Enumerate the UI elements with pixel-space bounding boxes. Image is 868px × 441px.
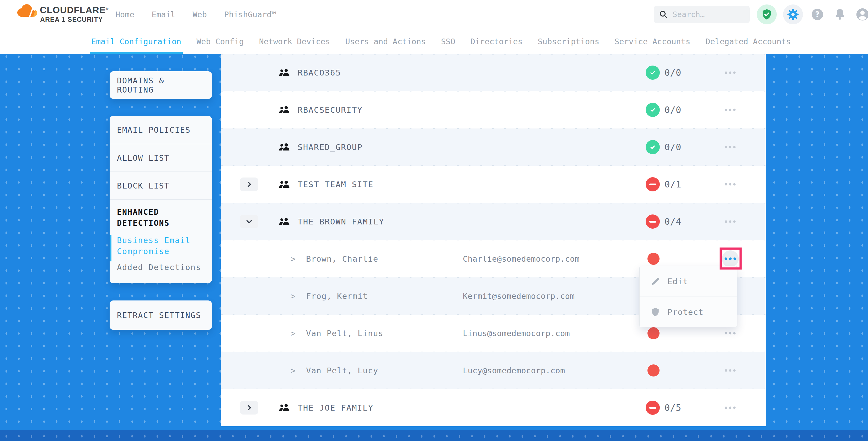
registered-mark: ® (106, 6, 108, 10)
row-menu-button[interactable] (725, 183, 736, 186)
row-menu-button[interactable] (725, 332, 736, 335)
search-input[interactable] (672, 10, 735, 19)
enhanced-detections-title: ENHANCED DETECTIONS (117, 207, 205, 229)
status-unprotected-badge (646, 215, 660, 229)
app-root: CLOUDFLARE® AREA 1 SECURITY Home Email W… (0, 0, 868, 441)
group-name: TEST TEAM SITE (298, 180, 373, 189)
account-icon[interactable] (855, 6, 868, 23)
tab-subscriptions[interactable]: Subscriptions (538, 29, 599, 54)
nav-web[interactable]: Web (193, 10, 207, 19)
member-email: Lucy@somedemocorp.com (463, 366, 565, 375)
header-icon-cluster: ? (757, 0, 868, 29)
annotation-highlight-box (720, 248, 742, 270)
tab-web-config[interactable]: Web Config (196, 29, 244, 54)
help-icon[interactable]: ? (809, 6, 826, 23)
group-icon (279, 180, 290, 188)
sidebar-card-domains-routing[interactable]: DOMAINS & ROUTING (110, 71, 212, 99)
group-icon (279, 404, 290, 412)
protection-count: 0/0 (664, 142, 681, 152)
status-protected-badge (646, 66, 660, 80)
nav-email[interactable]: Email (152, 10, 175, 19)
row-menu-button[interactable] (725, 71, 736, 74)
member-name: Frog, Kermit (306, 291, 368, 301)
tab-network-devices[interactable]: Network Devices (259, 29, 330, 54)
bottom-strip (0, 430, 868, 441)
search-icon (659, 10, 668, 19)
brand-subtitle: AREA 1 SECURITY (40, 16, 103, 23)
table-row: TEST TEAM SITE 0/1 (221, 166, 766, 203)
tab-delegated-accounts[interactable]: Delegated Accounts (705, 29, 790, 54)
member-email: Charlie@somedemocorp.com (463, 254, 580, 263)
status-unprotected-dot (647, 253, 659, 265)
table-row: THE BROWN FAMILY 0/4 (221, 203, 766, 240)
table-row: > Van Pelt, Lucy Lucy@somedemocorp.com (221, 352, 766, 389)
brand-title: CLOUDFLARE® (40, 5, 108, 15)
row-menu-button[interactable] (725, 370, 736, 372)
row-menu-button[interactable] (725, 109, 736, 111)
protection-count: 0/4 (664, 216, 681, 227)
tab-users-and-actions[interactable]: Users and Actions (345, 29, 426, 54)
member-name: Brown, Charlie (306, 254, 378, 263)
expand-button[interactable] (240, 178, 258, 191)
shield-icon (651, 307, 660, 317)
group-name: RBACO365 (298, 68, 341, 77)
group-icon (279, 218, 290, 225)
svg-text:?: ? (815, 10, 820, 19)
sidebar-section-enhanced-detections: ENHANCED DETECTIONS Business Email Compr… (110, 199, 212, 280)
row-menu-button[interactable] (725, 407, 736, 409)
sidebar-item-added-detections[interactable]: Added Detections (117, 263, 205, 272)
group-name: RBACSECURITY (298, 105, 363, 115)
sidebar-item-business-email-compromise[interactable]: Business Email Compromise (117, 235, 205, 257)
member-marker: > (291, 329, 296, 338)
nav-home[interactable]: Home (115, 10, 134, 19)
bell-icon[interactable] (832, 6, 848, 23)
status-unprotected-dot (647, 327, 659, 339)
shield-check-icon[interactable] (757, 4, 777, 24)
menu-item-label: Edit (668, 277, 688, 286)
table-row: RBACSECURITY 0/0 (221, 91, 766, 128)
group-icon (279, 106, 290, 114)
collapse-button[interactable] (240, 215, 258, 228)
header-nav: Home Email Web PhishGuard™ (115, 0, 276, 29)
row-menu-button[interactable] (725, 220, 736, 223)
status-protected-badge (646, 103, 660, 117)
member-email: Kermit@somedemocorp.com (463, 291, 575, 301)
group-name: SHARED_GROUP (298, 143, 363, 152)
expand-button[interactable] (240, 401, 258, 414)
protection-count: 0/0 (664, 67, 681, 78)
sidebar-card-policies: EMAIL POLICIES ALLOW LIST BLOCK LIST ENH… (110, 116, 212, 283)
nav-phishguard[interactable]: PhishGuard™ (224, 10, 276, 19)
tab-directories[interactable]: Directories (470, 29, 523, 54)
group-icon (279, 143, 290, 151)
group-name: THE JOE FAMILY (298, 403, 373, 412)
table-row: SHARED_GROUP 0/0 (221, 128, 766, 166)
tab-service-accounts[interactable]: Service Accounts (614, 29, 690, 54)
menu-item-protect[interactable]: Protect (640, 296, 737, 327)
pencil-icon (651, 277, 660, 286)
member-email: Linus@somedemocorp.com (463, 329, 570, 338)
gear-icon[interactable] (783, 4, 803, 24)
sidebar-item-retract-settings[interactable]: RETRACT SETTINGS (110, 301, 212, 330)
sidebar-item-block-list[interactable]: BLOCK LIST (110, 171, 212, 199)
sidebar-item-allow-list[interactable]: ALLOW LIST (110, 144, 212, 171)
member-name: Van Pelt, Lucy (306, 366, 378, 375)
tab-email-configuration[interactable]: Email Configuration (91, 29, 181, 54)
sidebar-card-retract-settings[interactable]: RETRACT SETTINGS (110, 301, 212, 330)
group-name: THE BROWN FAMILY (298, 217, 384, 226)
sidebar-item-domains-routing[interactable]: DOMAINS & ROUTING (110, 71, 212, 99)
member-name: Van Pelt, Linus (306, 328, 383, 338)
status-protected-badge (646, 140, 660, 154)
status-unprotected-badge (646, 401, 660, 415)
cloudflare-logo-icon (13, 2, 39, 20)
active-item-indicator (110, 235, 112, 261)
member-marker: > (291, 366, 296, 375)
protection-count: 0/5 (664, 403, 681, 413)
table-row: THE JOE FAMILY 0/5 (221, 389, 766, 426)
menu-item-edit[interactable]: Edit (640, 266, 737, 296)
search-box[interactable] (654, 6, 750, 23)
status-unprotected-dot (647, 365, 659, 377)
row-menu-button[interactable] (725, 146, 736, 148)
tab-sso[interactable]: SSO (441, 29, 455, 54)
sidebar-item-email-policies[interactable]: EMAIL POLICIES (110, 116, 212, 144)
menu-item-label: Protect (668, 307, 704, 317)
